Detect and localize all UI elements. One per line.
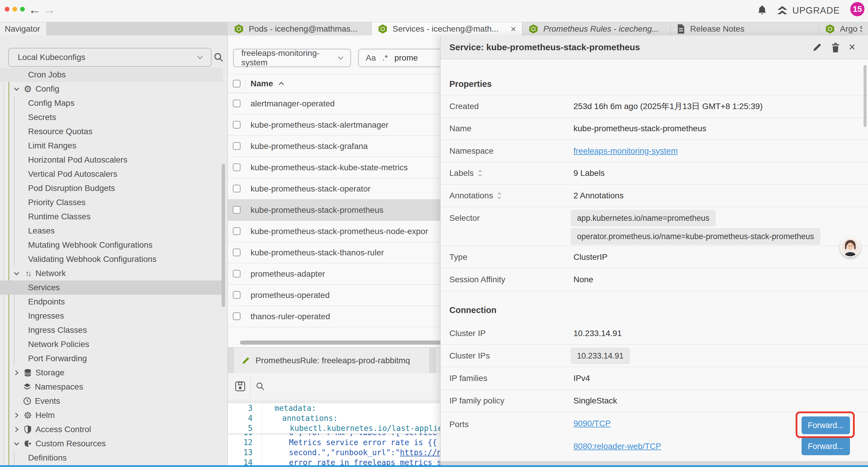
namespace-filter-dropdown[interactable]: freeleaps-monitoring-system (233, 49, 351, 67)
sidebar-item-resource-quotas[interactable]: Resource Quotas (0, 124, 223, 139)
notifications-bell-icon[interactable] (757, 5, 767, 16)
sidebar-scrollbar[interactable] (222, 164, 225, 307)
tab-pods[interactable]: Pods - icecheng@mathmas... (228, 22, 372, 35)
property-row-session-affinity: Session Affinity None (440, 268, 868, 291)
notification-count-badge[interactable]: 15 (850, 2, 864, 16)
selector-badge: operator.prometheus.io/name=kube-prometh… (570, 228, 820, 245)
sidebar-item-cron-jobs[interactable]: Cron Jobs (0, 68, 223, 82)
updown-arrows-icon: ↑↓ (23, 269, 32, 278)
forward-button[interactable]: → (43, 2, 56, 17)
row-checkbox[interactable] (233, 270, 241, 278)
sidebar-item-endpoints[interactable]: Endpoints (0, 295, 223, 309)
row-checkbox[interactable] (233, 206, 241, 214)
sidebar-item-validating-webhook-configurations[interactable]: Validating Webhook Configurations (0, 252, 223, 266)
cluster-ip-badge: 10.233.14.91 (570, 348, 630, 364)
clock-icon (23, 396, 32, 406)
tab-services-active[interactable]: Services - icecheng@math... × (372, 22, 522, 36)
traffic-light-zoom[interactable] (20, 7, 25, 11)
row-checkbox[interactable] (233, 164, 241, 171)
row-checkbox[interactable] (233, 291, 241, 299)
sidebar-item-port-forwarding[interactable]: Port Forwarding (0, 351, 223, 366)
row-checkbox[interactable] (233, 313, 241, 320)
detail-scrollbar[interactable] (864, 65, 867, 127)
row-checkbox[interactable] (233, 227, 241, 235)
sidebar-item-ingress-classes[interactable]: Ingress Classes (0, 323, 223, 337)
property-row-created: Created 253d 16h 6m ago (2025年1月13日 GMT+… (440, 95, 868, 118)
row-checkbox[interactable] (233, 99, 241, 107)
property-row-type: Type ClusterIP (440, 246, 868, 268)
sidebar-item-ingresses[interactable]: Ingresses (0, 309, 223, 323)
close-tab-icon[interactable]: × (510, 24, 516, 34)
chevron-down-icon (13, 85, 20, 92)
save-icon[interactable] (235, 381, 246, 391)
helm-wheel-icon (23, 411, 32, 420)
delete-trash-icon[interactable] (831, 42, 841, 52)
sidebar-item-storage[interactable]: Storage (0, 366, 223, 380)
edit-pencil-icon[interactable] (812, 42, 822, 52)
traffic-light-minimize[interactable] (12, 7, 17, 11)
property-row-labels: Labels 9 Labels (440, 162, 868, 184)
upgrade-button[interactable]: UPGRADE (776, 5, 840, 16)
forward-port-button-2[interactable]: Forward... (802, 437, 850, 455)
kubeconfig-selector[interactable]: Local Kubeconfigs (8, 48, 212, 67)
match-case-toggle[interactable]: Aa (366, 53, 376, 63)
layers-icon (23, 382, 32, 391)
header-divider (245, 78, 246, 90)
sidebar-item-vertical-pod-autoscalers[interactable]: Vertical Pod Autoscalers (0, 167, 223, 181)
sidebar-item-helm[interactable]: Helm (0, 408, 223, 422)
detail-title: Service: kube-prometheus-stack-prometheu… (450, 42, 640, 52)
name-column-header[interactable]: Name (251, 74, 285, 93)
gutter-divider (262, 400, 262, 467)
row-checkbox[interactable] (233, 249, 241, 256)
sidebar-item-namespaces[interactable]: Namespaces (0, 380, 223, 394)
back-button[interactable]: ← (28, 2, 41, 17)
traffic-light-close[interactable] (5, 7, 9, 11)
detail-header: Service: kube-prometheus-stack-prometheu… (440, 35, 868, 59)
sidebar-item-events[interactable]: Events (0, 394, 223, 408)
tab-release-notes[interactable]: Release Notes (671, 22, 819, 35)
port-link-8080[interactable]: 8080:reloader-web/TCP (574, 440, 661, 452)
select-all-checkbox[interactable] (233, 80, 241, 87)
kubernetes-icon (378, 24, 388, 34)
port-link-9090[interactable]: 9090/TCP (574, 418, 611, 430)
sidebar-item-limit-ranges[interactable]: Limit Ranges (0, 139, 223, 153)
chevron-right-icon (13, 369, 20, 376)
sidebar-item-definitions[interactable]: Definitions (0, 451, 223, 465)
expand-collapse-icon[interactable] (477, 169, 483, 178)
search-icon[interactable] (255, 382, 265, 391)
navigator-panel-tab[interactable]: Navigator (0, 22, 47, 35)
sidebar-item-horizontal-pod-autoscalers[interactable]: Horizontal Pod Autoscalers (0, 153, 223, 167)
chevron-down-icon (196, 54, 204, 61)
sidebar-item-services[interactable]: Services (0, 281, 223, 295)
tab-argo[interactable]: Argo Se (819, 22, 868, 35)
editor-tab-prometheusrule[interactable]: PrometheusRule: freeleaps-prod-rabbitmq (234, 348, 430, 373)
regex-toggle[interactable]: .* (382, 53, 388, 63)
sidebar-item-priority-classes[interactable]: Priority Classes (0, 195, 223, 209)
search-icon[interactable] (213, 52, 224, 63)
sidebar-item-secrets[interactable]: Secrets (0, 110, 223, 124)
connection-row-ip-families: IP families IPv4 (440, 367, 868, 389)
sidebar-item-pod-disruption-budgets[interactable]: Pod Disruption Budgets (0, 181, 223, 195)
row-checkbox[interactable] (233, 142, 241, 150)
sidebar-item-runtime-classes[interactable]: Runtime Classes (0, 209, 223, 224)
namespace-link[interactable]: freeleaps-monitoring-system (574, 146, 678, 155)
edit-pencil-icon (241, 356, 250, 365)
tab-prometheus-rules[interactable]: Prometheus Rules - icecheng... (522, 22, 671, 35)
sidebar-item-leases[interactable]: Leases (0, 224, 223, 238)
sidebar-item-access-control[interactable]: Access Control (0, 422, 223, 437)
sidebar-item-config-maps[interactable]: Config Maps (0, 96, 223, 110)
property-row-namespace: Namespace freeleaps-monitoring-system (440, 140, 868, 162)
row-checkbox[interactable] (233, 185, 241, 193)
sidebar-item-network-policies[interactable]: Network Policies (0, 337, 223, 351)
expand-collapse-icon[interactable] (497, 191, 502, 200)
close-icon[interactable]: × (849, 39, 855, 54)
floating-avatar[interactable] (840, 237, 860, 257)
sidebar-item-custom-resources[interactable]: Custom Resources (0, 437, 223, 451)
sidebar-item-network[interactable]: ↑↓ Network (0, 266, 223, 281)
sidebar-item-config[interactable]: ⚙ Config (0, 82, 223, 96)
row-checkbox[interactable] (233, 121, 241, 128)
kubernetes-icon (234, 24, 244, 34)
sidebar-item-mutating-webhook-configurations[interactable]: Mutating Webhook Configurations (0, 238, 223, 252)
property-row-selector: Selector app.kubernetes.io/name=promethe… (440, 207, 868, 246)
window-bottom-accent (0, 465, 868, 467)
